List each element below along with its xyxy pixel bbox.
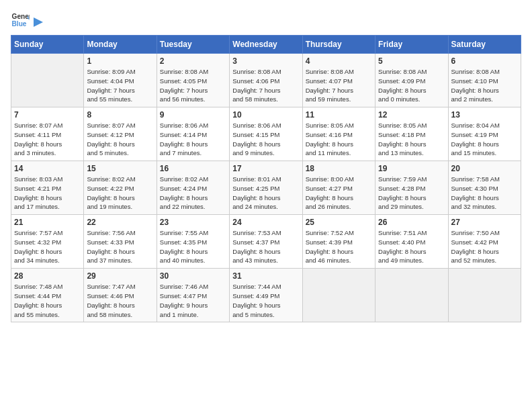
week-row-2: 7Sunrise: 8:07 AM Sunset: 4:11 PM Daylig…: [11, 107, 521, 161]
day-number: 8: [87, 110, 153, 120]
day-info: Sunrise: 7:48 AM Sunset: 4:44 PM Dayligh…: [14, 282, 81, 319]
day-number: 24: [232, 218, 299, 227]
day-info: Sunrise: 8:02 AM Sunset: 4:24 PM Dayligh…: [160, 175, 226, 212]
day-number: 19: [378, 164, 445, 173]
day-cell: 26Sunrise: 7:51 AM Sunset: 4:40 PM Dayli…: [375, 215, 448, 269]
day-number: 17: [232, 164, 299, 173]
day-number: 23: [160, 218, 226, 227]
weekday-header-monday: Monday: [84, 36, 157, 54]
day-info: Sunrise: 8:06 AM Sunset: 4:14 PM Dayligh…: [160, 121, 226, 158]
day-cell: [375, 269, 448, 322]
day-cell: 31Sunrise: 7:44 AM Sunset: 4:49 PM Dayli…: [230, 269, 302, 322]
logo: General Blue: [11, 11, 44, 30]
day-cell: 10Sunrise: 8:06 AM Sunset: 4:15 PM Dayli…: [230, 107, 302, 161]
day-info: Sunrise: 8:03 AM Sunset: 4:21 PM Dayligh…: [14, 175, 81, 212]
day-cell: 13Sunrise: 8:04 AM Sunset: 4:19 PM Dayli…: [448, 107, 521, 161]
day-number: 31: [232, 271, 299, 281]
day-number: 16: [160, 164, 226, 173]
day-cell: 24Sunrise: 7:53 AM Sunset: 4:37 PM Dayli…: [230, 215, 302, 269]
day-info: Sunrise: 8:08 AM Sunset: 4:06 PM Dayligh…: [232, 67, 299, 104]
day-info: Sunrise: 7:56 AM Sunset: 4:33 PM Dayligh…: [87, 228, 153, 265]
day-number: 25: [306, 218, 372, 227]
day-number: 10: [232, 110, 299, 120]
day-info: Sunrise: 7:55 AM Sunset: 4:35 PM Dayligh…: [160, 228, 226, 265]
day-info: Sunrise: 8:07 AM Sunset: 4:12 PM Dayligh…: [87, 121, 153, 158]
weekday-header-tuesday: Tuesday: [157, 36, 229, 54]
day-cell: 19Sunrise: 7:59 AM Sunset: 4:28 PM Dayli…: [375, 161, 448, 215]
day-cell: 8Sunrise: 8:07 AM Sunset: 4:12 PM Daylig…: [84, 107, 157, 161]
header: General Blue: [11, 11, 521, 30]
day-info: Sunrise: 8:09 AM Sunset: 4:04 PM Dayligh…: [87, 67, 153, 104]
day-cell: [302, 269, 375, 322]
day-cell: 3Sunrise: 8:08 AM Sunset: 4:06 PM Daylig…: [230, 54, 302, 107]
day-info: Sunrise: 8:08 AM Sunset: 4:10 PM Dayligh…: [451, 67, 518, 104]
day-number: 13: [451, 110, 518, 120]
day-cell: 14Sunrise: 8:03 AM Sunset: 4:21 PM Dayli…: [11, 161, 84, 215]
weekday-header-wednesday: Wednesday: [230, 36, 302, 54]
day-number: 14: [14, 164, 81, 173]
day-number: 4: [306, 56, 372, 66]
day-number: 11: [306, 110, 372, 120]
day-cell: 16Sunrise: 8:02 AM Sunset: 4:24 PM Dayli…: [157, 161, 229, 215]
svg-text:General: General: [12, 13, 30, 20]
day-number: 9: [160, 110, 226, 120]
day-number: 15: [87, 164, 153, 173]
day-cell: 9Sunrise: 8:06 AM Sunset: 4:14 PM Daylig…: [157, 107, 229, 161]
weekday-header-friday: Friday: [375, 36, 448, 54]
week-row-5: 28Sunrise: 7:48 AM Sunset: 4:44 PM Dayli…: [11, 269, 521, 322]
day-info: Sunrise: 7:52 AM Sunset: 4:39 PM Dayligh…: [306, 228, 372, 265]
day-info: Sunrise: 7:53 AM Sunset: 4:37 PM Dayligh…: [232, 228, 299, 265]
day-number: 7: [14, 110, 81, 120]
weekday-header-row: SundayMondayTuesdayWednesdayThursdayFrid…: [11, 36, 521, 54]
day-cell: 23Sunrise: 7:55 AM Sunset: 4:35 PM Dayli…: [157, 215, 229, 269]
day-info: Sunrise: 8:01 AM Sunset: 4:25 PM Dayligh…: [232, 175, 299, 212]
day-info: Sunrise: 7:57 AM Sunset: 4:32 PM Dayligh…: [14, 228, 81, 265]
day-cell: 21Sunrise: 7:57 AM Sunset: 4:32 PM Dayli…: [11, 215, 84, 269]
weekday-header-sunday: Sunday: [11, 36, 84, 54]
day-number: 26: [378, 218, 445, 227]
logo-icon: General Blue: [11, 11, 30, 30]
day-cell: 12Sunrise: 8:05 AM Sunset: 4:18 PM Dayli…: [375, 107, 448, 161]
day-cell: 15Sunrise: 8:02 AM Sunset: 4:22 PM Dayli…: [84, 161, 157, 215]
day-info: Sunrise: 7:50 AM Sunset: 4:42 PM Dayligh…: [451, 228, 518, 265]
day-info: Sunrise: 7:59 AM Sunset: 4:28 PM Dayligh…: [378, 175, 445, 212]
day-number: 29: [87, 271, 153, 281]
day-cell: 25Sunrise: 7:52 AM Sunset: 4:39 PM Dayli…: [302, 215, 375, 269]
day-cell: 6Sunrise: 8:08 AM Sunset: 4:10 PM Daylig…: [448, 54, 521, 107]
day-cell: 2Sunrise: 8:08 AM Sunset: 4:05 PM Daylig…: [157, 54, 229, 107]
day-cell: 1Sunrise: 8:09 AM Sunset: 4:04 PM Daylig…: [84, 54, 157, 107]
day-number: 27: [451, 218, 518, 227]
day-number: 6: [451, 56, 518, 66]
day-cell: 18Sunrise: 8:00 AM Sunset: 4:27 PM Dayli…: [302, 161, 375, 215]
calendar-table: SundayMondayTuesdayWednesdayThursdayFrid…: [11, 35, 521, 322]
day-info: Sunrise: 8:06 AM Sunset: 4:15 PM Dayligh…: [232, 121, 299, 158]
day-info: Sunrise: 8:08 AM Sunset: 4:09 PM Dayligh…: [378, 67, 445, 104]
day-cell: 11Sunrise: 8:05 AM Sunset: 4:16 PM Dayli…: [302, 107, 375, 161]
day-number: 22: [87, 218, 153, 227]
day-info: Sunrise: 8:05 AM Sunset: 4:18 PM Dayligh…: [378, 121, 445, 158]
day-cell: 22Sunrise: 7:56 AM Sunset: 4:33 PM Dayli…: [84, 215, 157, 269]
day-cell: 27Sunrise: 7:50 AM Sunset: 4:42 PM Dayli…: [448, 215, 521, 269]
day-info: Sunrise: 8:08 AM Sunset: 4:07 PM Dayligh…: [306, 67, 372, 104]
day-number: 21: [14, 218, 81, 227]
weekday-header-saturday: Saturday: [448, 36, 521, 54]
day-info: Sunrise: 8:05 AM Sunset: 4:16 PM Dayligh…: [306, 121, 372, 158]
svg-marker-3: [34, 17, 43, 27]
day-info: Sunrise: 7:51 AM Sunset: 4:40 PM Dayligh…: [378, 228, 445, 265]
day-info: Sunrise: 8:08 AM Sunset: 4:05 PM Dayligh…: [160, 67, 226, 104]
day-number: 1: [87, 56, 153, 66]
day-number: 18: [306, 164, 372, 173]
day-info: Sunrise: 7:47 AM Sunset: 4:46 PM Dayligh…: [87, 282, 153, 319]
svg-text:Blue: Blue: [12, 20, 27, 28]
day-cell: 28Sunrise: 7:48 AM Sunset: 4:44 PM Dayli…: [11, 269, 84, 322]
calendar-container: General Blue SundayMondayTuesdayWed: [0, 0, 532, 330]
week-row-1: 1Sunrise: 8:09 AM Sunset: 4:04 PM Daylig…: [11, 54, 521, 107]
day-number: 28: [14, 271, 81, 281]
day-number: 20: [451, 164, 518, 173]
day-cell: 29Sunrise: 7:47 AM Sunset: 4:46 PM Dayli…: [84, 269, 157, 322]
day-cell: 30Sunrise: 7:46 AM Sunset: 4:47 PM Dayli…: [157, 269, 229, 322]
day-number: 30: [160, 271, 226, 281]
weekday-header-thursday: Thursday: [302, 36, 375, 54]
day-info: Sunrise: 8:00 AM Sunset: 4:27 PM Dayligh…: [306, 175, 372, 212]
day-info: Sunrise: 8:02 AM Sunset: 4:22 PM Dayligh…: [87, 175, 153, 212]
